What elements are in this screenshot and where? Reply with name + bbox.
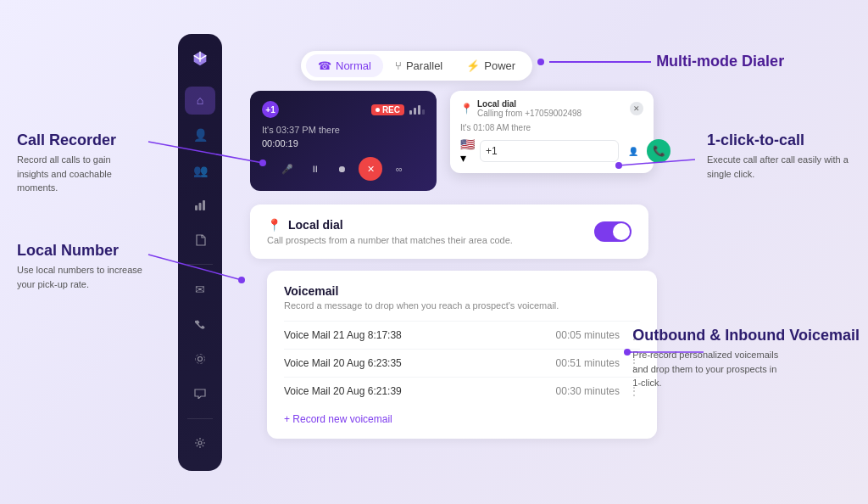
close-card-button[interactable]: ✕ bbox=[630, 102, 643, 115]
power-tab-icon: ⚡ bbox=[466, 59, 480, 72]
voicemail-name-1: Voice Mail 21 Aug 8:17:38 bbox=[284, 329, 402, 341]
calling-from-label: Calling from +17059002498 bbox=[477, 109, 581, 118]
call-time-text: It's 03:37 PM there bbox=[262, 125, 425, 135]
local-number-annotation: Local Number Use local numbers to increa… bbox=[17, 242, 144, 291]
voicemail-item-1: Voice Mail 21 Aug 8:17:38 00:05 minutes … bbox=[284, 321, 640, 349]
outbound-user-icon[interactable]: 👤 bbox=[624, 142, 643, 160]
signal-bar-1 bbox=[409, 110, 412, 115]
svg-point-3 bbox=[198, 357, 203, 361]
svg-rect-1 bbox=[199, 203, 202, 210]
voicemail-annotation-title: Outbound & Inbound Voicemail bbox=[632, 327, 860, 344]
sidebar-item-contacts[interactable]: 👤 bbox=[185, 121, 215, 149]
toggle-knob bbox=[613, 223, 630, 240]
outbound-card-header: 📍 Local dial Calling from +17059002498 ✕ bbox=[460, 99, 643, 118]
voicemail-title: Voicemail bbox=[284, 284, 640, 298]
local-dial-card: 📍 Local dial Call prospects from a numbe… bbox=[250, 204, 648, 259]
record-new-button[interactable]: + Record new voicemail bbox=[284, 413, 640, 425]
tab-power[interactable]: ⚡ Power bbox=[454, 54, 527, 77]
sidebar-divider-2 bbox=[187, 418, 213, 419]
rec-dot bbox=[376, 108, 380, 112]
call-controls: 🎤 ⏸ ⏺ ✕ ∞ bbox=[262, 157, 425, 181]
tab-parallel-label: Parallel bbox=[406, 59, 442, 72]
multimode-dialer-label: Multi-mode Dialer bbox=[656, 53, 784, 70]
voicemail-description: Record a message to drop when you reach … bbox=[284, 300, 640, 311]
call-recorder-annotation: Call Recorder Record all calls to gain i… bbox=[17, 132, 144, 195]
one-click-annotation: 1-click-to-call Execute call after call … bbox=[707, 132, 860, 181]
sidebar: ⌂ 👤 👥 ✉ bbox=[178, 34, 222, 471]
signal-bar-4 bbox=[422, 109, 425, 115]
connector-dot-multimode bbox=[537, 59, 544, 65]
voicemail-card: Voicemail Record a message to drop when … bbox=[267, 271, 657, 439]
local-dial-toggle[interactable] bbox=[594, 221, 632, 242]
call-button[interactable]: 📞 bbox=[647, 139, 670, 163]
pause-button[interactable]: ⏸ bbox=[304, 159, 325, 179]
location-icon: 📍 bbox=[460, 103, 473, 115]
end-call-button[interactable]: ✕ bbox=[359, 157, 382, 181]
voicemail-duration-3: 00:30 minutes bbox=[556, 385, 620, 397]
sidebar-item-files[interactable] bbox=[185, 226, 215, 254]
outbound-controls: 👤 📞 bbox=[624, 139, 670, 163]
outbound-call-card: 📍 Local dial Calling from +17059002498 ✕… bbox=[450, 91, 654, 173]
sidebar-item-integrations[interactable] bbox=[185, 345, 215, 373]
tab-power-label: Power bbox=[484, 59, 515, 72]
tab-normal[interactable]: ☎ Normal bbox=[306, 54, 383, 77]
outbound-input-row: 🇺🇸 ▾ 👤 📞 bbox=[460, 137, 643, 165]
local-number-title: Local Number bbox=[17, 242, 144, 260]
voicemail-name-3: Voice Mail 20 Aug 6:21:39 bbox=[284, 385, 402, 397]
local-label: Local dial bbox=[477, 99, 581, 109]
rec-badge: REC bbox=[371, 104, 404, 115]
tab-parallel[interactable]: ⑂ Parallel bbox=[383, 54, 454, 77]
svg-point-4 bbox=[196, 355, 205, 364]
call-recorder-title: Call Recorder bbox=[17, 132, 144, 149]
mode-tabs: ☎ Normal ⑂ Parallel ⚡ Power bbox=[301, 51, 532, 81]
local-dial-title: 📍 Local dial bbox=[267, 218, 513, 232]
record-button[interactable]: ⏺ bbox=[331, 159, 352, 179]
main-content: ☎ Normal ⑂ Parallel ⚡ Power Multi-mode D… bbox=[233, 34, 851, 470]
svg-rect-2 bbox=[203, 200, 205, 210]
sidebar-item-settings[interactable] bbox=[185, 429, 215, 457]
one-click-desc: Execute call after call easily with a si… bbox=[707, 153, 860, 181]
phone-number-input[interactable] bbox=[480, 140, 619, 162]
tab-normal-label: Normal bbox=[336, 59, 371, 72]
flag-selector[interactable]: 🇺🇸 ▾ bbox=[460, 137, 475, 165]
app-logo bbox=[188, 48, 212, 70]
mute-button[interactable]: 🎤 bbox=[277, 159, 298, 179]
voicemail-item-3: Voice Mail 20 Aug 6:21:39 00:30 minutes … bbox=[284, 377, 640, 405]
sidebar-divider bbox=[187, 264, 213, 265]
signal-bar-3 bbox=[418, 105, 420, 115]
sidebar-item-mail[interactable]: ✉ bbox=[185, 275, 215, 303]
sidebar-item-home[interactable]: ⌂ bbox=[185, 87, 215, 115]
caller-id: +1 bbox=[262, 101, 279, 118]
local-dial-description: Call prospects from a number that matche… bbox=[267, 235, 513, 245]
svg-point-5 bbox=[198, 441, 202, 445]
sidebar-item-chart[interactable] bbox=[185, 191, 215, 219]
local-dial-location-icon: 📍 bbox=[267, 218, 281, 232]
one-click-title: 1-click-to-call bbox=[707, 132, 860, 149]
active-call-card: +1 REC It's 03:37 PM there bbox=[250, 91, 437, 191]
signal-bar-2 bbox=[414, 108, 416, 115]
voicemail-annotation-desc: Pre-record personalized voicemails and d… bbox=[632, 348, 785, 390]
phone-tab-icon: ☎ bbox=[318, 59, 331, 72]
call-timer: 00:00:19 bbox=[262, 138, 425, 148]
signal-bars bbox=[409, 105, 425, 115]
connector-line-multimode bbox=[549, 61, 651, 63]
parallel-tab-icon: ⑂ bbox=[395, 59, 402, 72]
sidebar-item-users[interactable]: 👥 bbox=[185, 156, 215, 184]
voicemail-duration-1: 00:05 minutes bbox=[556, 329, 620, 341]
local-dial-info-section: 📍 Local dial Call prospects from a numbe… bbox=[267, 218, 513, 245]
sidebar-item-messages[interactable] bbox=[185, 380, 215, 408]
caller-number-badge: +1 bbox=[262, 101, 279, 118]
voicemail-annotation: Outbound & Inbound Voicemail Pre-record … bbox=[632, 327, 860, 390]
outbound-time-text: It's 01:08 AM there bbox=[460, 123, 643, 132]
call-card-header: +1 REC bbox=[262, 101, 425, 118]
call-recorder-desc: Record all calls to gain insights and co… bbox=[17, 153, 144, 195]
sidebar-item-phone[interactable] bbox=[185, 311, 215, 339]
voicemail-name-2: Voice Mail 20 Aug 6:23:35 bbox=[284, 357, 402, 369]
voicemail-duration-2: 00:51 minutes bbox=[556, 357, 620, 369]
voicemail-item-2: Voice Mail 20 Aug 6:23:35 00:51 minutes … bbox=[284, 349, 640, 377]
local-dial-info: 📍 Local dial Calling from +17059002498 bbox=[460, 99, 581, 118]
local-number-desc: Use local numbers to increase your pick-… bbox=[17, 263, 144, 291]
more-button[interactable]: ∞ bbox=[389, 159, 409, 179]
svg-rect-0 bbox=[195, 205, 198, 210]
